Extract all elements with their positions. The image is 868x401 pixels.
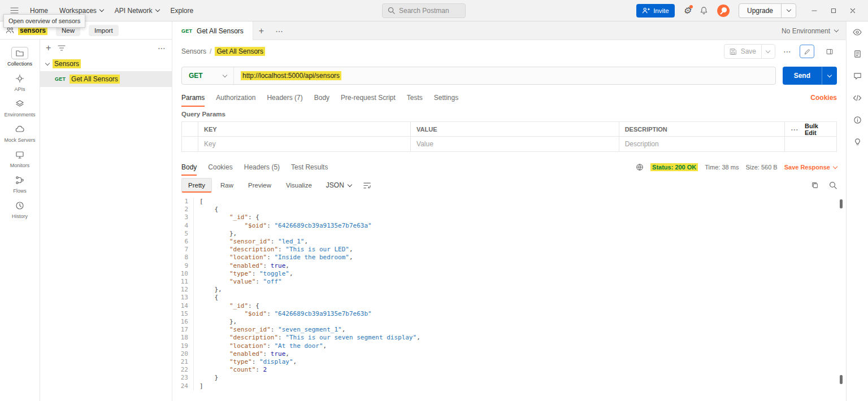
tab-options-icon[interactable] [270, 21, 289, 40]
value-input[interactable] [416, 140, 613, 148]
key-input[interactable] [204, 140, 405, 148]
code-line: 18 "description": "This is our seven seg… [172, 334, 846, 342]
code-line: 2 { [172, 206, 846, 213]
wrap-text-button[interactable] [359, 178, 375, 193]
chevron-down-icon [223, 72, 227, 77]
sidebar-item-apis[interactable]: APIs [0, 71, 40, 96]
more-actions-icon[interactable] [158, 43, 166, 53]
code-snippet-icon[interactable] [853, 94, 862, 102]
description-input[interactable] [625, 140, 779, 148]
view-tab-visualize[interactable]: Visualize [280, 178, 318, 193]
new-tab-icon[interactable] [253, 21, 270, 40]
response-tab-headers[interactable]: Headers (5) [244, 159, 280, 176]
breadcrumb-collection[interactable]: Sensors [181, 47, 206, 55]
checkbox-column [182, 122, 198, 136]
send-button[interactable]: Send [783, 67, 822, 85]
tab-get-all-sensors[interactable]: GET Get All Sensors [172, 21, 253, 40]
tab-body[interactable]: Body [314, 89, 329, 107]
search-response-icon[interactable] [829, 181, 837, 189]
send-options-caret[interactable] [822, 67, 837, 85]
view-tab-preview[interactable]: Preview [242, 178, 277, 193]
scrollbar-thumb[interactable] [840, 199, 843, 208]
view-tab-pretty[interactable]: Pretty [181, 178, 212, 193]
response-tab-cookies[interactable]: Cookies [208, 159, 232, 176]
comments-icon[interactable] [853, 72, 862, 80]
sidebar-item-environments[interactable]: Environments [0, 96, 40, 121]
upgrade-caret[interactable] [781, 4, 796, 18]
sidebar-item-history[interactable]: History [0, 198, 40, 223]
query-params-table: KEY VALUE DESCRIPTION Bulk Edit [181, 121, 837, 152]
add-collection-icon[interactable] [46, 43, 51, 53]
code-line: 20 "enabled": true, [172, 350, 846, 358]
nav-api-network[interactable]: API Network [115, 7, 159, 15]
filter-icon[interactable] [58, 45, 66, 51]
environment-selector[interactable]: No Environment [774, 21, 846, 40]
bulk-edit-button[interactable]: Bulk Edit [805, 123, 831, 136]
query-params-title: Query Params [172, 107, 846, 121]
tab-pre-request-script[interactable]: Pre-request Script [341, 89, 396, 107]
import-button[interactable]: Import [89, 25, 119, 36]
tab-params[interactable]: Params [181, 89, 205, 107]
response-time: Time: 38 ms [705, 164, 739, 171]
collection-row-sensors[interactable]: Sensors [40, 56, 172, 71]
rail-label: History [12, 213, 28, 219]
mock-servers-cloud-icon [11, 123, 28, 136]
search-box[interactable]: Search Postman [382, 3, 466, 18]
save-response-label: Save Response [784, 164, 830, 171]
avatar[interactable] [717, 4, 730, 18]
sidebar-item-mock-servers[interactable]: Mock Servers [0, 121, 40, 147]
save-caret[interactable] [761, 45, 770, 58]
close-button[interactable] [843, 0, 862, 21]
upgrade-label: Upgrade [739, 4, 781, 18]
invite-button[interactable]: Invite [636, 4, 675, 18]
code-line: 11 "value": "off" [172, 278, 846, 286]
save-button[interactable]: Save [724, 44, 775, 59]
history-clock-icon [11, 199, 28, 212]
documentation-icon[interactable] [853, 50, 862, 58]
tab-tests[interactable]: Tests [407, 89, 423, 107]
settings-gear-icon[interactable] [683, 6, 691, 15]
view-tab-raw[interactable]: Raw [214, 178, 240, 193]
url-input[interactable]: http://localhost:5000/api/sensors [234, 67, 775, 84]
sidebar-item-flows[interactable]: Flows [0, 172, 40, 198]
save-response-button[interactable]: Save Response [784, 164, 837, 171]
tab-headers[interactable]: Headers (7) [267, 89, 302, 107]
postman-app: Open overview of sensors Home Workspaces… [0, 0, 868, 401]
response-meta: Status: 200 OK Time: 38 ms Size: 560 B S… [636, 163, 837, 171]
request-row-get-all-sensors[interactable]: GET Get All Sensors [40, 71, 172, 87]
globe-icon[interactable] [636, 163, 644, 171]
collection-name: Sensors [53, 59, 81, 68]
format-select[interactable]: JSON [320, 178, 357, 193]
sidebar-item-collections[interactable]: Collections [0, 45, 40, 71]
tab-authorization[interactable]: Authorization [216, 89, 255, 107]
response-body[interactable]: 1[2 {3 "_id": {4 "$oid": "6426689cb39a91… [172, 195, 846, 401]
method-select[interactable]: GET [182, 67, 234, 84]
sidebar-item-monitors[interactable]: Monitors [0, 147, 40, 172]
scrollbar-thumb[interactable] [840, 375, 843, 384]
edit-docs-button[interactable] [800, 45, 814, 58]
response-tab-body[interactable]: Body [181, 159, 197, 176]
layout-toggle-button[interactable] [822, 45, 837, 58]
request-more-icon[interactable] [783, 47, 792, 56]
main-menu-icon[interactable] [10, 7, 19, 14]
nav-workspaces[interactable]: Workspaces [59, 7, 103, 15]
info-icon[interactable] [853, 116, 862, 124]
response-tab-test-results[interactable]: Test Results [291, 159, 328, 176]
breadcrumb-request-name[interactable]: Get All Sensors [215, 47, 265, 56]
upgrade-button[interactable]: Upgrade [739, 3, 796, 18]
nav-explore[interactable]: Explore [171, 7, 194, 15]
nav-home[interactable]: Home [30, 7, 48, 15]
tab-settings[interactable]: Settings [434, 89, 458, 107]
cookies-link[interactable]: Cookies [810, 94, 837, 102]
invite-label: Invite [653, 7, 669, 14]
notifications-bell-icon[interactable] [700, 6, 708, 15]
column-key: KEY [198, 122, 410, 136]
chevron-down-icon [99, 7, 104, 12]
copy-icon[interactable] [811, 181, 819, 189]
minimize-button[interactable] [805, 0, 824, 21]
table-more-icon[interactable] [791, 125, 799, 134]
pencil-icon [804, 48, 811, 55]
lightbulb-icon[interactable] [853, 138, 862, 146]
maximize-button[interactable] [824, 0, 843, 21]
environment-quick-look-icon[interactable] [853, 28, 862, 36]
